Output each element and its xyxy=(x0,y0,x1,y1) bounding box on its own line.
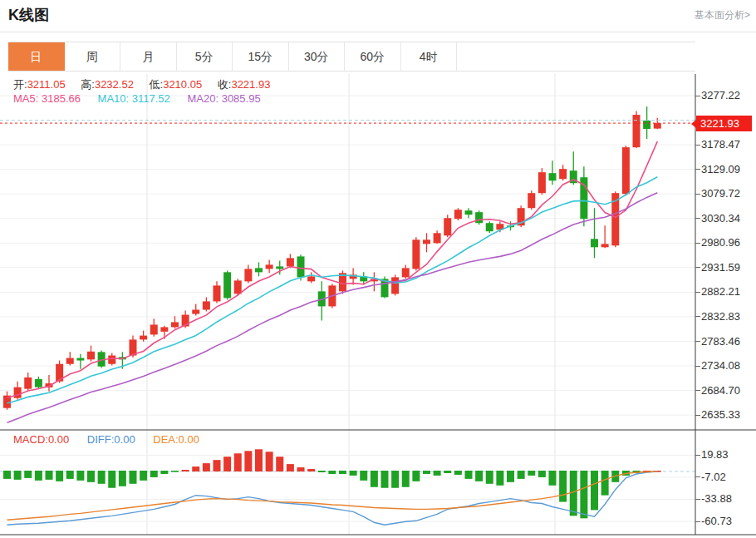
price-tick-tickmark xyxy=(695,316,700,317)
ohlc-open: 开:3211.05 xyxy=(13,78,66,91)
price-tick-tickmark xyxy=(695,390,700,391)
kline-widget: K线图 基本面分析> 日周月5分15分30分60分4时 开:3211.05 高:… xyxy=(0,0,756,538)
macd-tick-tickmark xyxy=(695,499,700,500)
price-tick-label-7: 2882.21 xyxy=(701,285,740,298)
price-tick-label-0: 3277.22 xyxy=(701,89,740,101)
price-tick-label-2: 3129.09 xyxy=(701,163,740,175)
chart-frame xyxy=(0,74,756,535)
price-tick-tickmark xyxy=(695,366,700,367)
price-tick-label-9: 2783.46 xyxy=(701,335,740,348)
macd-tick-label-2: -33.88 xyxy=(701,492,732,505)
price-tick-label-8: 2832.83 xyxy=(701,310,740,323)
price-tick-tickmark xyxy=(695,415,700,416)
price-tick-tickmark xyxy=(695,96,700,96)
price-tick-label-10: 2734.08 xyxy=(701,359,740,372)
ma10-readout: MA10: 3117.52 xyxy=(98,92,170,105)
price-tick-label-4: 3030.34 xyxy=(701,212,740,225)
price-tick-tickmark xyxy=(695,267,700,268)
ohlc-close: 收:3221.93 xyxy=(218,78,271,91)
ohlc-readout: 开:3211.05 高:3232.52 低:3210.05 收:3221.93 xyxy=(13,77,282,92)
ma-readout: MA5: 3185.66 MA10: 3117.52 MA20: 3085.95 xyxy=(13,92,275,105)
ma5-readout: MA5: 3185.66 xyxy=(13,92,81,105)
ohlc-high: 高:3232.52 xyxy=(81,78,134,91)
macd-tick-label-0: 19.83 xyxy=(701,448,729,461)
main-chart[interactable] xyxy=(0,74,695,535)
price-tick-tickmark xyxy=(695,218,700,219)
price-tick-tickmark xyxy=(695,243,700,244)
macd-tick-tickmark xyxy=(695,455,700,456)
diff-value: DIFF:0.00 xyxy=(87,433,135,446)
price-tick-label-5: 2980.96 xyxy=(701,236,740,249)
ma5-line xyxy=(7,141,658,397)
current-price-badge: 3221.93 xyxy=(696,116,752,131)
ohlc-low: 低:3210.05 xyxy=(150,78,203,91)
macd-tick-label-1: -7.02 xyxy=(701,471,726,483)
price-tick-label-12: 2635.33 xyxy=(701,408,740,421)
price-tick-label-1: 3178.47 xyxy=(701,138,740,151)
macd-value: MACD:0.00 xyxy=(13,433,69,446)
price-tick-tickmark xyxy=(695,169,700,170)
macd-readout: MACD:0.00 DIFF:0.00 DEA:0.00 xyxy=(13,433,214,446)
macd-tick-label-3: -60.73 xyxy=(701,515,732,527)
macd-tick-tickmark xyxy=(695,521,700,522)
price-tick-tickmark xyxy=(695,292,700,293)
price-tick-label-6: 2931.59 xyxy=(701,261,740,274)
price-tick-tickmark xyxy=(695,194,700,195)
macd-chart[interactable] xyxy=(0,449,695,525)
ma20-readout: MA20: 3085.95 xyxy=(187,92,260,105)
price-tick-label-11: 2684.70 xyxy=(701,384,740,397)
price-tick-label-3: 3079.72 xyxy=(701,187,740,200)
price-tick-tickmark xyxy=(695,341,700,342)
price-tick-tickmark xyxy=(695,145,700,146)
dea-value: DEA:0.00 xyxy=(153,433,199,446)
macd-tick-tickmark xyxy=(695,476,700,477)
